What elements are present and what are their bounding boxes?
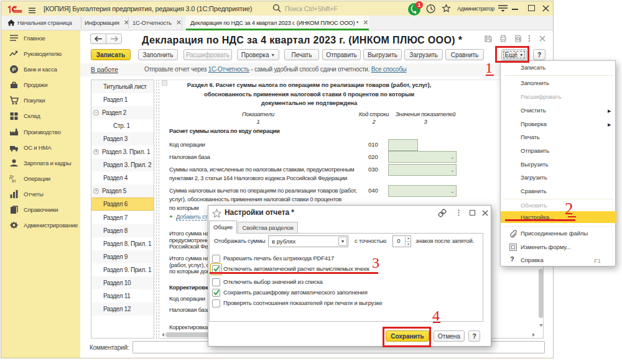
svg-text:Кт: Кт [12, 179, 16, 183]
